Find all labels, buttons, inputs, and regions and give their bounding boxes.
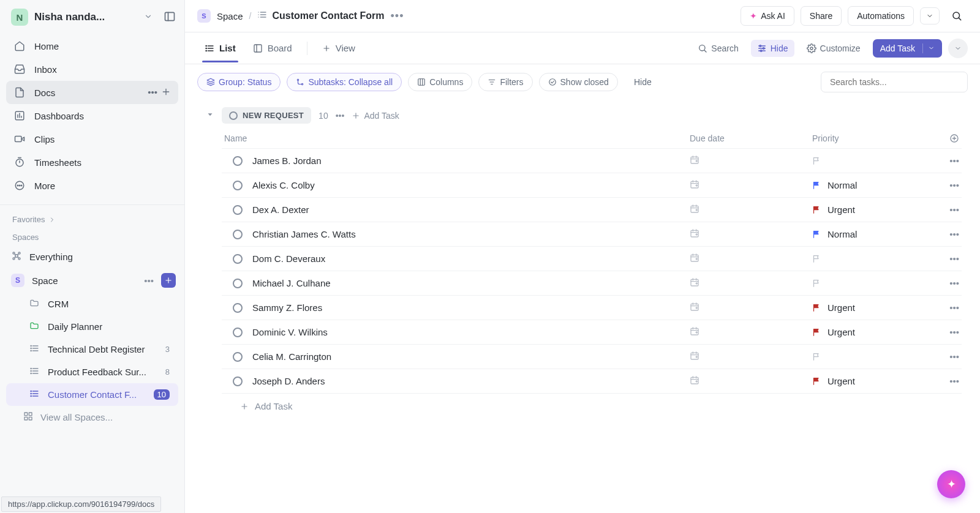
priority-cell[interactable]	[812, 254, 935, 263]
collapse-sidebar-icon[interactable]	[164, 10, 176, 24]
due-date-cell[interactable]	[690, 375, 812, 387]
group-add-task[interactable]: Add Task	[352, 111, 399, 121]
due-date-cell[interactable]	[690, 326, 812, 338]
sidebar-list-item[interactable]: Daily Planner	[6, 315, 178, 338]
search-tasks[interactable]	[821, 72, 968, 92]
automations-dropdown[interactable]	[920, 7, 940, 24]
everything-item[interactable]: Everything	[0, 245, 184, 268]
row-more-icon[interactable]: •••	[935, 180, 959, 190]
row-more-icon[interactable]: •••	[935, 155, 959, 166]
priority-cell[interactable]: Urgent	[812, 376, 935, 386]
row-more-icon[interactable]: •••	[935, 376, 959, 386]
task-name[interactable]: Dom C. Deveraux	[252, 253, 690, 264]
nav-inbox[interactable]: Inbox	[6, 58, 178, 81]
row-more-icon[interactable]: •••	[935, 327, 959, 337]
search-action[interactable]: Search	[692, 40, 744, 57]
docs-add-icon[interactable]	[161, 87, 171, 99]
share-button[interactable]: Share	[801, 6, 842, 26]
sidebar-list-item[interactable]: Customer Contact F...10	[6, 383, 178, 406]
row-more-icon[interactable]: •••	[935, 204, 959, 215]
priority-cell[interactable]: Urgent	[812, 302, 935, 313]
overflow-button[interactable]	[948, 39, 968, 58]
sidebar-list-item[interactable]: CRM	[6, 293, 178, 315]
add-task-row[interactable]: Add Task	[222, 394, 962, 419]
workspace-name[interactable]: Nisha nanda...	[34, 11, 138, 23]
customize-action[interactable]: Customize	[801, 40, 867, 57]
chip-group[interactable]: Group: Status	[197, 73, 281, 91]
status-circle-icon[interactable]	[233, 205, 243, 215]
space-item[interactable]: S Space •••	[0, 268, 184, 293]
nav-clips[interactable]: Clips	[6, 127, 178, 151]
due-date-cell[interactable]	[690, 204, 812, 215]
task-row[interactable]: Alexis C. ColbyNormal•••	[222, 173, 962, 198]
task-name[interactable]: Alexis C. Colby	[252, 180, 690, 190]
status-circle-icon[interactable]	[233, 230, 243, 239]
sidebar-list-item[interactable]: Technical Debt Register3	[6, 338, 178, 361]
task-name[interactable]: Christian James C. Watts	[252, 229, 690, 239]
nav-home[interactable]: Home	[6, 34, 178, 58]
task-row[interactable]: Dominic V. WilkinsUrgent•••	[222, 320, 962, 345]
due-date-cell[interactable]	[690, 155, 812, 167]
nav-more[interactable]: More	[6, 174, 178, 197]
nav-docs[interactable]: Docs •••	[6, 81, 178, 104]
task-row[interactable]: James B. Jordan•••	[222, 149, 962, 173]
priority-cell[interactable]: Urgent	[812, 327, 935, 337]
due-date-cell[interactable]	[690, 179, 812, 191]
status-circle-icon[interactable]	[233, 156, 243, 166]
breadcrumb-list[interactable]: Customer Contact Form	[257, 10, 384, 22]
task-name[interactable]: Dominic V. Wilkins	[252, 327, 690, 337]
status-circle-icon[interactable]	[233, 254, 243, 264]
status-circle-icon[interactable]	[233, 376, 243, 386]
task-name[interactable]: Dex A. Dexter	[252, 204, 690, 215]
chip-showclosed[interactable]: Show closed	[539, 73, 618, 91]
chevron-down-icon[interactable]	[144, 12, 153, 23]
favorites-section[interactable]: Favorites	[0, 210, 184, 228]
due-date-cell[interactable]	[690, 228, 812, 240]
chip-filters[interactable]: Filters	[478, 73, 532, 91]
add-task-button[interactable]: Add Task	[873, 39, 942, 58]
col-add[interactable]	[935, 133, 959, 143]
breadcrumb-space[interactable]: Space	[217, 11, 243, 21]
task-row[interactable]: Michael J. Culhane•••	[222, 271, 962, 296]
caret-down-icon[interactable]	[206, 110, 214, 121]
nav-timesheets[interactable]: Timesheets	[6, 151, 178, 174]
priority-cell[interactable]	[812, 279, 935, 288]
view-all-spaces[interactable]: View all Spaces...	[0, 406, 184, 429]
col-priority[interactable]: Priority	[812, 133, 935, 143]
group-more-icon[interactable]: •••	[336, 111, 345, 121]
due-date-cell[interactable]	[690, 277, 812, 289]
hide-action[interactable]: Hide	[751, 40, 794, 57]
filters-hide[interactable]: Hide	[628, 73, 658, 91]
chip-subtasks[interactable]: Subtasks: Collapse all	[287, 73, 402, 91]
row-more-icon[interactable]: •••	[935, 253, 959, 264]
status-circle-icon[interactable]	[233, 181, 243, 190]
task-row[interactable]: Dom C. Deveraux•••	[222, 247, 962, 271]
task-row[interactable]: Dex A. DexterUrgent•••	[222, 198, 962, 222]
task-row[interactable]: Celia M. Carrington•••	[222, 345, 962, 369]
space-add-button[interactable]	[161, 273, 176, 288]
priority-cell[interactable]: Normal	[812, 229, 935, 239]
task-row[interactable]: Christian James C. WattsNormal•••	[222, 222, 962, 247]
due-date-cell[interactable]	[690, 302, 812, 313]
docs-more-icon[interactable]: •••	[148, 87, 157, 99]
row-more-icon[interactable]: •••	[935, 229, 959, 239]
sidebar-list-item[interactable]: Product Feedback Sur...8	[6, 361, 178, 383]
view-add[interactable]: View	[315, 34, 363, 62]
ask-ai-button[interactable]: ✦Ask AI	[741, 6, 794, 26]
status-circle-icon[interactable]	[233, 303, 243, 313]
space-more-icon[interactable]: •••	[144, 275, 154, 286]
due-date-cell[interactable]	[690, 351, 812, 362]
row-more-icon[interactable]: •••	[935, 351, 959, 362]
breadcrumb-more-icon[interactable]: •••	[391, 10, 404, 23]
row-more-icon[interactable]: •••	[935, 302, 959, 313]
task-name[interactable]: Sammy Z. Flores	[252, 302, 690, 313]
breadcrumb-space-badge[interactable]: S	[197, 9, 211, 23]
priority-cell[interactable]: Urgent	[812, 204, 935, 215]
automations-button[interactable]: Automations	[848, 6, 914, 26]
col-due[interactable]: Due date	[690, 133, 812, 143]
status-pill[interactable]: NEW REQUEST	[222, 107, 311, 124]
chip-columns[interactable]: Columns	[408, 73, 472, 91]
search-button[interactable]	[946, 6, 968, 26]
status-circle-icon[interactable]	[233, 328, 243, 337]
status-circle-icon[interactable]	[233, 279, 243, 288]
